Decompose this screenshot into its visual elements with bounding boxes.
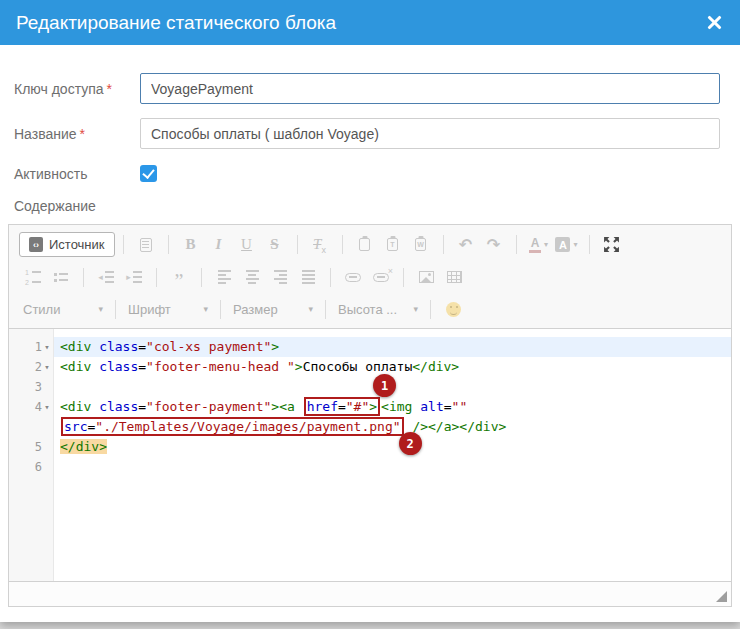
access-key-label: Ключ доступа* — [14, 81, 140, 97]
toolbar-separator — [123, 235, 124, 254]
align-justify-icon — [302, 270, 315, 284]
code-line[interactable]: <div class="footer-menu-head ">Способы о… — [54, 357, 731, 377]
align-justify-button[interactable] — [296, 265, 320, 289]
smiley-icon — [446, 302, 461, 317]
code-token: class — [99, 399, 138, 414]
decrease-indent-button[interactable]: ◂ — [94, 265, 118, 289]
templates-icon — [140, 238, 152, 252]
table-icon — [447, 271, 462, 283]
toolbar-separator — [325, 300, 326, 319]
code-token: > — [271, 399, 279, 414]
toolbar-row-1: ‹› Источник BIUSTxTW↶↷A▾A▾ — [9, 227, 731, 260]
code-token: </a> — [428, 419, 459, 434]
templates-button[interactable] — [134, 233, 158, 257]
close-icon — [707, 15, 722, 30]
code-token: <a — [279, 399, 295, 414]
toolbar-row-2: 12◂▸”× — [9, 260, 731, 292]
content-label: Содержание — [14, 198, 740, 214]
gutter-cell: 1▾ — [9, 337, 54, 357]
code-token: Способы оплаты — [303, 359, 413, 374]
unlink-icon: × — [373, 273, 389, 282]
toolbar-separator — [589, 235, 590, 254]
unlink-button[interactable]: × — [369, 265, 393, 289]
name-input[interactable] — [140, 118, 720, 149]
strikethrough-button[interactable]: S — [263, 233, 287, 257]
code-line[interactable]: </div> — [54, 437, 731, 457]
bold-icon: B — [185, 236, 195, 253]
numbered-list-icon: 12 — [25, 269, 41, 286]
toolbar-separator — [168, 235, 169, 254]
source-code-area[interactable]: 1▾<div class="col-xs payment">2▾<div cla… — [9, 329, 731, 581]
image-button[interactable] — [414, 265, 438, 289]
underline-button[interactable]: U — [235, 233, 259, 257]
access-key-input[interactable] — [140, 73, 720, 104]
code-token: </div> — [412, 359, 459, 374]
required-asterisk: * — [107, 81, 112, 97]
name-label: Название* — [14, 126, 140, 142]
code-line[interactable] — [54, 457, 731, 477]
line-height-dropdown[interactable]: Высота ...▾ — [334, 300, 422, 319]
code-token: "./Templates/Voyage/images/payment.png" — [95, 419, 400, 434]
name-field-row: Название* — [14, 118, 720, 149]
code-token: alt — [420, 399, 443, 414]
code-token: <div — [60, 339, 91, 354]
gutter-cell: 5 — [9, 437, 54, 457]
align-center-button[interactable] — [240, 265, 264, 289]
increase-indent-icon: ▸ — [126, 271, 142, 283]
source-button[interactable]: ‹› Источник — [19, 232, 115, 257]
bulleted-list-icon — [54, 273, 68, 282]
styles-dropdown[interactable]: Стили▾ — [19, 300, 107, 319]
toolbar-separator — [403, 268, 404, 287]
redo-button[interactable]: ↷ — [482, 233, 506, 257]
code-line[interactable]: src="./Templates/Voyage/images/payment.p… — [54, 417, 731, 437]
undo-button[interactable]: ↶ — [454, 233, 478, 257]
paste-from-word-button[interactable]: W — [409, 233, 433, 257]
line-height-dropdown-label: Высота ... — [338, 302, 397, 317]
blockquote-button[interactable]: ” — [167, 265, 191, 289]
table-button[interactable] — [442, 265, 466, 289]
code-line[interactable]: <div class="col-xs payment"> — [54, 337, 731, 357]
fold-arrow-icon[interactable]: ▾ — [42, 357, 52, 377]
numbered-list-button[interactable]: 12 — [21, 265, 45, 289]
fold-arrow-icon[interactable]: ▾ — [42, 397, 52, 417]
toolbar-separator — [83, 268, 84, 287]
background-color-button[interactable]: A▾ — [555, 233, 579, 257]
font-dropdown[interactable]: Шрифт▾ — [124, 300, 212, 319]
close-button[interactable] — [704, 13, 724, 33]
text-color-button[interactable]: A▾ — [527, 233, 551, 257]
modal-body: Ключ доступа* Название* Активность Содер… — [0, 45, 740, 607]
size-dropdown[interactable]: Размер▾ — [229, 300, 317, 319]
align-right-button[interactable] — [268, 265, 292, 289]
align-left-icon — [218, 270, 231, 284]
code-token — [295, 399, 303, 414]
line-number: 2 — [26, 357, 42, 377]
annotation-box-1: href="#"> — [304, 397, 380, 416]
chevron-down-icon: ▾ — [203, 304, 208, 314]
active-checkbox[interactable] — [140, 165, 157, 182]
code-line-row: src="./Templates/Voyage/images/payment.p… — [9, 417, 731, 437]
align-right-icon — [274, 270, 287, 284]
code-line[interactable]: <div class="footer-payment"><a href="#">… — [54, 397, 731, 417]
fold-arrow-icon[interactable]: ▾ — [42, 337, 52, 357]
code-token: = — [138, 339, 146, 354]
paste-plain-text-button[interactable]: T — [381, 233, 405, 257]
paste-button[interactable] — [353, 233, 377, 257]
link-button[interactable] — [341, 265, 365, 289]
required-asterisk: * — [80, 126, 85, 142]
resize-handle-icon[interactable] — [716, 591, 727, 602]
remove-format-button[interactable]: Tx — [308, 233, 332, 257]
align-left-button[interactable] — [212, 265, 236, 289]
code-token: = — [338, 399, 346, 414]
bold-button[interactable]: B — [179, 233, 203, 257]
italic-button[interactable]: I — [207, 233, 231, 257]
code-token: /> — [412, 419, 428, 434]
smiley-button[interactable] — [441, 297, 465, 321]
maximize-button[interactable] — [600, 233, 624, 257]
code-token: href — [307, 399, 338, 414]
increase-indent-button[interactable]: ▸ — [122, 265, 146, 289]
toolbar-row-3: Стили▾Шрифт▾Размер▾Высота ...▾ — [9, 292, 731, 324]
toolbar-separator — [115, 300, 116, 319]
code-token: <img — [381, 399, 412, 414]
bulleted-list-button[interactable] — [49, 265, 73, 289]
code-token: class — [99, 359, 138, 374]
